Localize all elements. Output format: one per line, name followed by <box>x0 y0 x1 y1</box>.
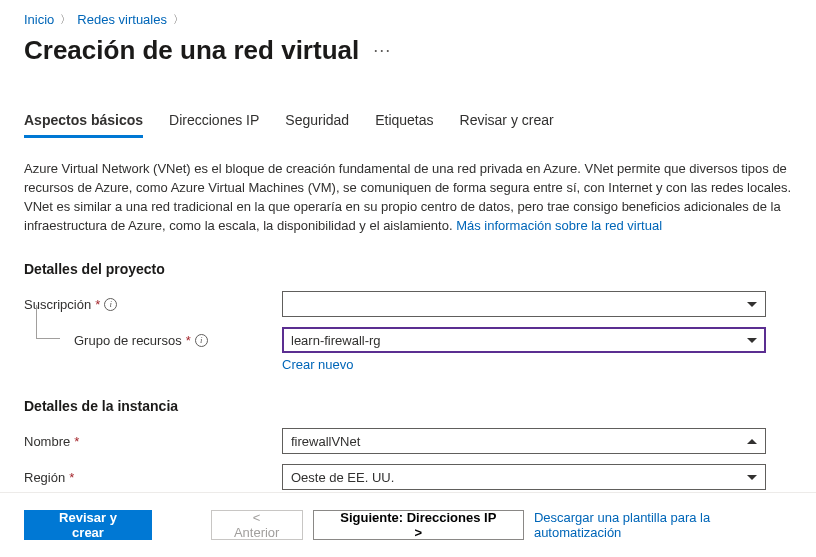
tab-tags[interactable]: Etiquetas <box>375 106 433 138</box>
more-icon[interactable]: ··· <box>373 40 391 61</box>
download-template-link[interactable]: Descargar una plantilla para la automati… <box>534 510 792 540</box>
resource-group-select[interactable]: learn-firewall-rg <box>282 327 766 353</box>
page-title: Creación de una red virtual ··· <box>24 35 792 66</box>
previous-button: < Anterior <box>211 510 303 540</box>
required-indicator: * <box>186 333 191 348</box>
next-button[interactable]: Siguiente: Direcciones IP > <box>313 510 524 540</box>
section-instance-details: Detalles de la instancia <box>24 398 792 414</box>
tree-connector-icon <box>36 305 60 339</box>
region-value: Oeste de EE. UU. <box>291 470 394 485</box>
chevron-up-icon <box>747 439 757 444</box>
footer-action-bar: Revisar y crear < Anterior Siguiente: Di… <box>0 492 816 557</box>
info-icon[interactable]: i <box>195 334 208 347</box>
region-label: Región * <box>24 464 282 485</box>
chevron-down-icon <box>747 475 757 480</box>
tab-review[interactable]: Revisar y crear <box>460 106 554 138</box>
info-icon[interactable]: i <box>104 298 117 311</box>
tab-basics[interactable]: Aspectos básicos <box>24 106 143 138</box>
review-create-button[interactable]: Revisar y crear <box>24 510 152 540</box>
name-input[interactable]: firewallVNet <box>282 428 766 454</box>
resource-group-label-text: Grupo de recursos <box>74 333 182 348</box>
breadcrumb: Inicio 〉 Redes virtuales 〉 <box>24 12 792 27</box>
subscription-label: Suscripción * i <box>24 291 282 312</box>
description-text: Azure Virtual Network (VNet) es el bloqu… <box>24 160 792 235</box>
name-label: Nombre * <box>24 428 282 449</box>
chevron-down-icon <box>747 338 757 343</box>
breadcrumb-vnets[interactable]: Redes virtuales <box>77 12 167 27</box>
region-select[interactable]: Oeste de EE. UU. <box>282 464 766 490</box>
section-project-details: Detalles del proyecto <box>24 261 792 277</box>
name-label-text: Nombre <box>24 434 70 449</box>
subscription-select[interactable] <box>282 291 766 317</box>
chevron-right-icon: 〉 <box>173 12 184 27</box>
tab-ip-addresses[interactable]: Direcciones IP <box>169 106 259 138</box>
region-label-text: Región <box>24 470 65 485</box>
tab-bar: Aspectos básicos Direcciones IP Segurida… <box>24 106 792 138</box>
resource-group-label: Grupo de recursos * i <box>24 327 282 348</box>
tab-security[interactable]: Seguridad <box>285 106 349 138</box>
required-indicator: * <box>69 470 74 485</box>
resource-group-value: learn-firewall-rg <box>291 333 381 348</box>
breadcrumb-home[interactable]: Inicio <box>24 12 54 27</box>
chevron-down-icon <box>747 302 757 307</box>
required-indicator: * <box>74 434 79 449</box>
required-indicator: * <box>95 297 100 312</box>
chevron-right-icon: 〉 <box>60 12 71 27</box>
page-title-text: Creación de una red virtual <box>24 35 359 66</box>
learn-more-link[interactable]: Más información sobre la red virtual <box>456 218 662 233</box>
description-body: Azure Virtual Network (VNet) es el bloqu… <box>24 161 791 233</box>
create-new-link[interactable]: Crear nuevo <box>282 357 354 372</box>
name-value: firewallVNet <box>291 434 360 449</box>
